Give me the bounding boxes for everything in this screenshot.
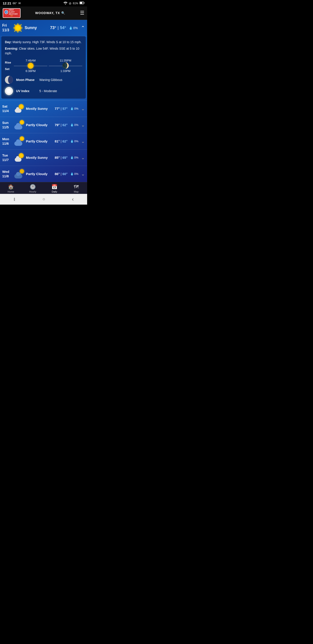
location-text: WOODWAY, TX <box>35 11 60 15</box>
forecast-high-2: 79° <box>55 123 60 127</box>
rain-icon-3: 💧 <box>70 140 74 143</box>
search-icon[interactable]: 🔍 <box>61 11 65 15</box>
sun-rise-time: 7:46AM <box>26 59 36 62</box>
nav-home[interactable]: 🏠 Home <box>4 184 18 193</box>
status-notification-icon: ✉ <box>18 2 21 5</box>
forecast-chevron-3[interactable]: ⌄ <box>81 139 85 144</box>
moon-phase-row: Moon Phase Waning Gibbous <box>5 76 82 84</box>
today-detail-panel: Day: Mainly sunny. High 73F. Winds S at … <box>1 36 86 98</box>
uv-label: UV Index <box>16 89 36 93</box>
day-description: Day: Mainly sunny. High 73F. Winds S at … <box>5 40 82 44</box>
forecast-row-3[interactable]: Mon 11/6 Partly Cloudy 81° | 62° 💧 0% ⌄ <box>0 133 87 149</box>
menu-button[interactable]: ☰ <box>80 10 84 16</box>
today-date: Fri 11/3 <box>2 23 11 33</box>
status-bar: 12:21 66° ✉ ⊘ 61% <box>0 0 87 6</box>
android-home-btn[interactable]: ○ <box>42 196 45 202</box>
temp-sep-4: | <box>60 156 61 160</box>
android-navigation: ⫿ ○ ‹ <box>0 194 87 204</box>
forecast-low-5: 60° <box>62 172 68 176</box>
svg-line-11 <box>14 30 15 31</box>
forecast-date-3: Mon 11/6 <box>2 137 12 146</box>
forecast-icon-3 <box>14 136 24 146</box>
temp-sep-5: | <box>60 172 61 176</box>
forecast-date-1: Sat 11/4 <box>2 104 12 113</box>
forecast-row-5[interactable]: Wed 11/8 Partly Cloudy 86° | 60° 💧 0% ⌄ <box>0 166 87 182</box>
svg-line-8 <box>14 24 15 25</box>
forecast-rain-5: 💧 0% <box>70 172 78 176</box>
status-time: 12:21 <box>3 1 11 5</box>
forecast-chevron-1[interactable]: ⌄ <box>81 106 85 111</box>
today-chevron-up[interactable]: ⌃ <box>81 25 85 31</box>
forecast-temps-1: 77° | 57° <box>55 107 68 110</box>
nav-daily[interactable]: 📅 Daily <box>48 184 61 193</box>
moon-phase-icon <box>5 76 13 84</box>
today-temps: 73° | 54° <box>50 26 66 30</box>
partly-cloudy-dark-icon <box>14 169 24 179</box>
today-rain-pct: 0% <box>73 26 78 30</box>
forecast-rain-1: 💧 0% <box>70 107 78 110</box>
rise-label: Rise <box>5 61 12 64</box>
svg-line-9 <box>20 30 21 31</box>
forecast-low-3: 62° <box>62 139 68 143</box>
forecast-chevron-4[interactable]: ⌄ <box>81 155 85 160</box>
nav-daily-label: Daily <box>52 190 57 193</box>
sun-set-time: 6:38PM <box>26 69 36 73</box>
forecast-temps-4: 85° | 65° <box>55 156 68 160</box>
nav-map-label: Map <box>74 190 79 193</box>
rain-icon-1: 💧 <box>70 107 74 110</box>
today-sun-icon <box>13 23 23 33</box>
android-recent-btn[interactable]: ⫿ <box>13 196 16 202</box>
today-low: 54° <box>60 26 66 30</box>
rain-icon-2: 💧 <box>70 123 74 126</box>
daily-icon: 📅 <box>51 184 57 190</box>
nav-home-label: Home <box>7 190 14 193</box>
svg-line-10 <box>20 24 21 25</box>
android-back-btn[interactable]: ‹ <box>72 196 74 202</box>
moon-phase-value: Waning Gibbous <box>39 78 62 82</box>
today-row[interactable]: Fri 11/3 Sunny 73° | 54° 💧 <box>0 20 87 36</box>
today-high: 73° <box>50 26 56 30</box>
forecast-row-4[interactable]: Tue 11/7 Mostly Sunny 85° | 65° 💧 0% ⌄ <box>0 149 87 166</box>
app-logo: ★ FIRST ALERT WEATHER 10 <box>3 8 20 18</box>
forecast-icon-5 <box>14 169 24 179</box>
uv-value: 5 - Moderate <box>39 89 57 93</box>
status-temp: 66° <box>12 2 17 5</box>
rain-drop-icon: 💧 <box>69 26 73 30</box>
forecast-high-5: 86° <box>55 172 60 176</box>
forecast-rain-pct-2: 0% <box>74 123 78 126</box>
rain-icon-4: 💧 <box>70 156 74 159</box>
forecast-icon-2 <box>14 120 24 130</box>
bottom-navigation: 🏠 Home 🕐 Hourly 📅 Daily 🗺 Map <box>0 182 87 194</box>
nav-hourly[interactable]: 🕐 Hourly <box>26 184 39 193</box>
nav-hourly-label: Hourly <box>29 190 36 193</box>
moon-rise-time: 11:35PM <box>60 59 71 62</box>
forecast-date-2: Sun 11/5 <box>2 120 12 129</box>
uv-index-row: UV Index 5 - Moderate <box>5 87 82 95</box>
forecast-temps-5: 86° | 60° <box>55 172 68 176</box>
forecast-row-2[interactable]: Sun 11/5 Partly Cloudy 79° | 62° 💧 0% ⌄ <box>0 117 87 133</box>
forecast-rain-pct-4: 0% <box>74 156 78 159</box>
wifi-icon <box>63 2 67 5</box>
forecast-date-5: Wed 11/8 <box>2 170 12 178</box>
forecast-high-4: 85° <box>55 156 60 160</box>
svg-rect-2 <box>80 2 82 4</box>
battery-pct: 61% <box>73 2 78 5</box>
forecast-chevron-5[interactable]: ⌄ <box>81 171 85 177</box>
forecast-high-3: 81° <box>55 139 60 143</box>
weather-content: Fri 11/3 Sunny 73° | 54° 💧 <box>0 20 87 182</box>
temp-sep-3: | <box>60 139 61 143</box>
logo-number: 10 <box>10 15 13 17</box>
forecast-condition-4: Mostly Sunny <box>26 156 53 160</box>
forecast-high-1: 77° <box>55 107 60 110</box>
moon-icon: 🌒 <box>62 62 69 69</box>
forecast-chevron-2[interactable]: ⌄ <box>81 122 85 128</box>
hourly-icon: 🕐 <box>30 184 36 190</box>
forecast-icon-4 <box>14 153 24 162</box>
temp-separator: | <box>57 26 58 30</box>
no-sign-icon: ⊘ <box>69 2 71 5</box>
nav-map[interactable]: 🗺 Map <box>69 184 83 193</box>
forecast-row-1[interactable]: Sat 11/4 Mostly Sunny 77° | 57° 💧 0% ⌄ <box>0 100 87 117</box>
location-display[interactable]: WOODWAY, TX 🔍 <box>35 11 65 15</box>
map-icon: 🗺 <box>74 184 79 190</box>
moon-phase-label: Moon Phase <box>16 78 36 82</box>
